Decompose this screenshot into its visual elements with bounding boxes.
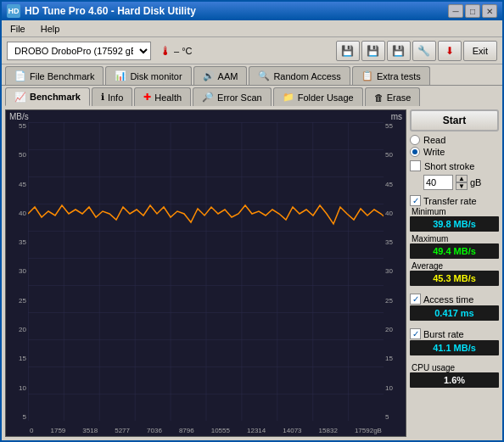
minimum-value: 39.8 MB/s — [410, 216, 499, 232]
tab-benchmark-icon: 📈 — [14, 92, 26, 103]
access-time-value: 0.417 ms — [410, 305, 499, 321]
tab-aam-icon: 🔊 — [203, 70, 215, 81]
y-axis-left: 55 50 45 40 35 30 25 20 15 10 5 — [8, 122, 26, 421]
gb-input[interactable] — [423, 175, 453, 190]
tab-file-benchmark-label: File Benchmark — [30, 71, 94, 81]
access-time-label: Access time — [423, 294, 473, 305]
start-button[interactable]: Start — [410, 109, 499, 131]
tab-disk-monitor-icon: 📊 — [115, 70, 126, 81]
tab-extra-tests[interactable]: 📋 Extra tests — [352, 66, 430, 85]
tab-error-scan-icon: 🔎 — [202, 92, 214, 103]
drive-selector[interactable]: DROBO DroboPro (17592 gB) — [7, 42, 151, 60]
tab-info-label: Info — [108, 92, 123, 103]
tab-error-scan-label: Error Scan — [217, 92, 262, 103]
tab-random-access-label: Random Access — [273, 71, 340, 81]
tab-folder-usage-icon: 📁 — [283, 92, 294, 103]
gb-spinner-row: ▲ ▼ gB — [423, 175, 499, 190]
chart-svg — [28, 122, 384, 421]
tab-health-icon: ✚ — [143, 92, 151, 103]
tab-info[interactable]: ℹ Info — [92, 87, 132, 106]
y-axis-right: 55 50 45 40 35 30 25 20 15 10 5 — [385, 122, 404, 421]
short-stroke-checkbox[interactable] — [410, 160, 421, 171]
short-stroke-item[interactable]: Short stroke — [410, 160, 499, 171]
tab-health[interactable]: ✚ Health — [134, 87, 191, 106]
chart-area: MB/s ms 55 50 45 40 35 30 25 20 15 10 5 … — [5, 109, 406, 437]
title-bar-left: HD HD Tune Pro 4.60 - Hard Disk Utility — [7, 4, 196, 18]
tool-btn-3[interactable]: 💾 — [387, 41, 411, 61]
tab-extra-tests-icon: 📋 — [361, 70, 373, 81]
tab-benchmark-label: Benchmark — [30, 92, 81, 102]
maximize-button[interactable]: □ — [465, 4, 480, 18]
tab-erase-label: Erase — [387, 92, 412, 103]
y-axis-unit-right: ms — [391, 112, 402, 121]
tabs-row1: 📄 File Benchmark 📊 Disk monitor 🔊 AAM 🔍 … — [2, 64, 502, 86]
window-title: HD Tune Pro 4.60 - Hard Disk Utility — [25, 5, 196, 17]
average-label: Average — [412, 261, 499, 271]
cpu-usage-section: CPU usage 1.6% — [410, 363, 499, 390]
title-bar: HD HD Tune Pro 4.60 - Hard Disk Utility … — [2, 2, 502, 20]
read-radio-item[interactable]: Read — [410, 135, 499, 145]
transfer-rate-checkbox[interactable] — [410, 195, 421, 206]
tab-random-access[interactable]: 🔍 Random Access — [249, 66, 350, 85]
svg-rect-4 — [28, 122, 384, 421]
temperature-value: – °C — [174, 46, 193, 56]
access-time-section: Access time 0.417 ms — [410, 294, 499, 323]
short-stroke-label: Short stroke — [424, 161, 474, 171]
write-label: Write — [423, 147, 445, 157]
tool-btn-1[interactable]: 💾 — [336, 41, 360, 61]
burst-rate-section: Burst rate 41.1 MB/s — [410, 328, 499, 358]
minimize-button[interactable]: ─ — [448, 4, 463, 18]
burst-rate-label: Burst rate — [423, 329, 464, 339]
tab-folder-usage-label: Folder Usage — [298, 92, 354, 103]
tool-btn-5[interactable]: ⬇ — [438, 41, 462, 61]
x-axis-labels: 0 1759 3518 5277 7036 8796 10555 12314 1… — [30, 427, 382, 434]
transfer-rate-label: Transfer rate — [423, 196, 477, 206]
write-radio[interactable] — [410, 147, 420, 157]
tab-extra-tests-label: Extra tests — [377, 71, 421, 81]
tabs-row2: 📈 Benchmark ℹ Info ✚ Health 🔎 Error Scan… — [2, 86, 502, 106]
chart-plot — [28, 122, 384, 421]
gb-unit-label: gB — [470, 177, 481, 187]
thermometer-icon: 🌡 — [160, 44, 171, 58]
close-button[interactable]: ✕ — [482, 4, 497, 18]
main-area: MB/s ms 55 50 45 40 35 30 25 20 15 10 5 … — [2, 106, 502, 440]
read-radio[interactable] — [410, 135, 420, 145]
tab-aam-label: AAM — [218, 71, 238, 81]
access-time-checkbox[interactable] — [410, 294, 421, 305]
y-axis-unit-left: MB/s — [9, 112, 29, 121]
spin-down-button[interactable]: ▼ — [456, 182, 468, 190]
window-controls: ─ □ ✕ — [448, 4, 497, 18]
spinner-buttons: ▲ ▼ — [456, 175, 468, 190]
average-value: 45.3 MB/s — [410, 271, 499, 286]
write-radio-item[interactable]: Write — [410, 147, 499, 157]
app-icon: HD — [7, 4, 20, 18]
tab-benchmark[interactable]: 📈 Benchmark — [5, 87, 90, 106]
menu-help[interactable]: Help — [37, 23, 64, 35]
exit-button[interactable]: Exit — [463, 41, 497, 61]
transfer-rate-checkbox-item[interactable]: Transfer rate — [410, 195, 499, 206]
tab-error-scan[interactable]: 🔎 Error Scan — [193, 87, 272, 106]
tool-btn-4[interactable]: 🔧 — [412, 41, 436, 61]
transfer-rate-section: Transfer rate Minimum 39.8 MB/s Maximum … — [410, 195, 499, 288]
burst-rate-checkbox[interactable] — [410, 328, 421, 339]
tab-random-access-icon: 🔍 — [258, 70, 270, 81]
tab-folder-usage[interactable]: 📁 Folder Usage — [273, 87, 363, 106]
right-panel: Start Read Write Short stroke ▲ — [410, 109, 499, 437]
access-time-checkbox-item[interactable]: Access time — [410, 294, 499, 305]
burst-rate-checkbox-item[interactable]: Burst rate — [410, 328, 499, 339]
cpu-value: 1.6% — [410, 372, 499, 388]
tab-erase-icon: 🗑 — [374, 92, 384, 103]
tab-file-benchmark-icon: 📄 — [14, 70, 26, 81]
tab-aam[interactable]: 🔊 AAM — [193, 66, 248, 85]
tab-disk-monitor[interactable]: 📊 Disk monitor — [105, 66, 191, 85]
tool-btn-2[interactable]: 💾 — [361, 41, 385, 61]
main-window: HD HD Tune Pro 4.60 - Hard Disk Utility … — [0, 0, 504, 442]
burst-rate-value: 41.1 MB/s — [410, 340, 499, 355]
tab-file-benchmark[interactable]: 📄 File Benchmark — [5, 66, 104, 85]
toolbar-buttons: 💾 💾 💾 🔧 ⬇ Exit — [336, 41, 497, 61]
menu-bar: File Help — [2, 20, 502, 37]
toolbar: DROBO DroboPro (17592 gB) 🌡 – °C 💾 💾 💾 🔧… — [2, 37, 502, 64]
spin-up-button[interactable]: ▲ — [456, 175, 468, 182]
tab-erase[interactable]: 🗑 Erase — [365, 87, 421, 106]
menu-file[interactable]: File — [7, 23, 29, 35]
